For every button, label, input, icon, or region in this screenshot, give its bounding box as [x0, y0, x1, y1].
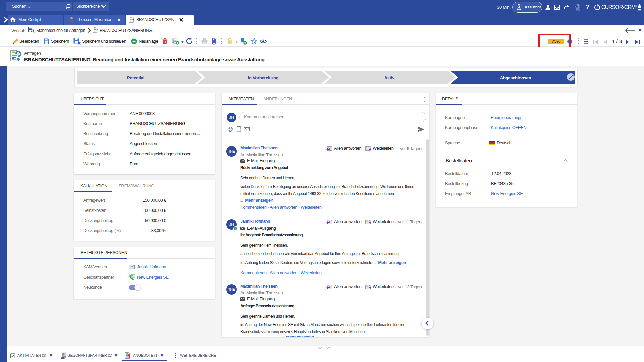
svg-text:Abgeschlossen: Abgeschlossen: [500, 75, 531, 80]
svg-text:Aktiv: Aktiv: [384, 75, 395, 80]
svg-text:Potential: Potential: [127, 75, 144, 80]
svg-text:?: ?: [132, 18, 134, 22]
svg-text:?: ?: [96, 28, 98, 32]
svg-text:In Vorbereitung: In Vorbereitung: [248, 75, 279, 80]
svg-text:GRID: GRID: [576, 9, 580, 11]
